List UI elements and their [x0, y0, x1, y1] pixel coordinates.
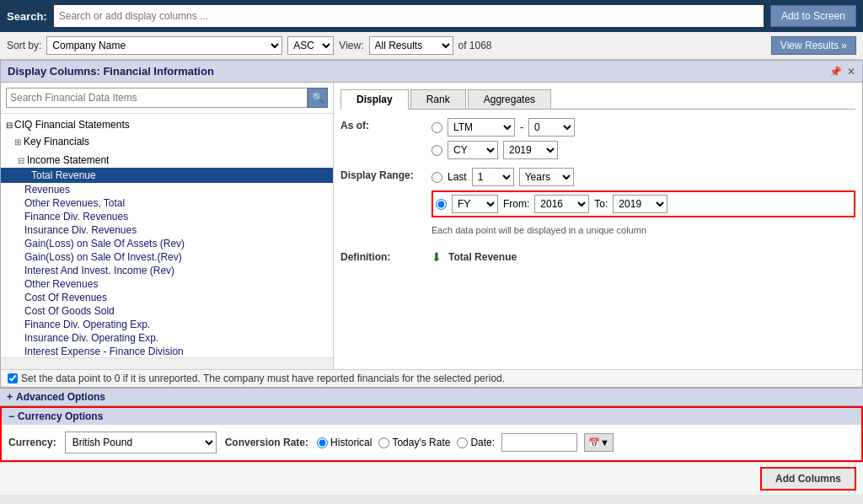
advanced-options-section[interactable]: + Advanced Options: [0, 388, 863, 406]
display-range-row: Display Range: Last 1 Years Quarters: [340, 168, 855, 235]
ltm-num-select[interactable]: 0: [528, 118, 575, 137]
fy-range-row: FY CY Q1Q2Q3Q4 From: 2010201120122013 20…: [432, 190, 855, 217]
bottom-bar-text: Set the data point to 0 if it is unrepor…: [21, 373, 505, 384]
definition-value: Total Revenue: [448, 251, 517, 263]
today-rate-option[interactable]: Today's Rate: [378, 437, 450, 448]
top-search-bar: Search: Add to Screen: [0, 0, 863, 32]
tab-rank[interactable]: Rank: [410, 89, 466, 109]
list-item[interactable]: Insurance Div. Operating Exp.: [1, 331, 333, 345]
pin-icon[interactable]: 📌: [829, 66, 842, 78]
tab-aggregates[interactable]: Aggregates: [468, 89, 551, 109]
as-of-row: As of: LTM - 0: [340, 118, 855, 159]
ltm-radio[interactable]: [432, 122, 442, 133]
list-item[interactable]: Gain(Loss) on Sale Of Invest.(Rev): [1, 250, 333, 264]
view-results-button[interactable]: View Results »: [771, 36, 856, 55]
view-select[interactable]: All Results: [369, 36, 453, 55]
tree-area[interactable]: ⊟ CIQ Financial Statements ⊞ Key Financi…: [1, 114, 333, 357]
results-count: of 1068: [458, 40, 492, 51]
search-financial-row: 🔍: [1, 83, 333, 114]
unreported-checkbox[interactable]: [8, 373, 18, 383]
header-icons: 📌 ✕: [829, 66, 855, 78]
list-item[interactable]: Finance Div. Operating Exp.: [1, 318, 333, 331]
search-financial-button[interactable]: 🔍: [308, 88, 328, 108]
sort-by-label: Sort by:: [7, 40, 41, 51]
close-icon[interactable]: ✕: [847, 66, 855, 78]
advanced-options-label: Advanced Options: [16, 391, 105, 403]
today-rate-radio[interactable]: [378, 437, 389, 448]
cy-year-select[interactable]: 2019: [503, 141, 558, 159]
historical-option[interactable]: Historical: [317, 437, 372, 448]
currency-select[interactable]: US Dollar British Pound Euro Japanese Ye…: [65, 432, 217, 453]
cy-select[interactable]: CY: [448, 141, 498, 159]
currency-options-section: − Currency Options Currency: US Dollar B…: [0, 406, 863, 462]
definition-label: Definition:: [340, 251, 425, 263]
sort-company-select[interactable]: Company Name: [46, 36, 282, 55]
left-panel: 🔍 ⊟ CIQ Financial Statements ⊞ Key Finan…: [1, 83, 334, 369]
plus-icon: ⊞: [14, 137, 21, 147]
calendar-button[interactable]: 📅▼: [584, 433, 614, 452]
list-item[interactable]: Total Revenue: [1, 168, 333, 183]
income-statement-item[interactable]: ⊟ Income Statement: [1, 153, 333, 168]
list-item[interactable]: Interest Expense - Finance Division: [1, 345, 333, 357]
tree-root-label: CIQ Financial Statements: [14, 119, 130, 131]
fy-radio[interactable]: [436, 199, 447, 210]
advanced-expand-icon: +: [7, 391, 13, 403]
sort-bar: Sort by: Company Name ASC DESC View: All…: [0, 32, 863, 60]
bottom-bar: Set the data point to 0 if it is unrepor…: [1, 369, 862, 387]
search-financial-input[interactable]: [6, 88, 308, 108]
list-item[interactable]: Cost Of Goods Sold: [1, 304, 333, 318]
search-label: Search:: [7, 10, 47, 23]
cy-row: CY 2019: [432, 141, 855, 159]
from-label: From:: [503, 198, 529, 210]
currency-row: Currency: US Dollar British Pound Euro J…: [2, 425, 861, 460]
fy-select[interactable]: FY CY Q1Q2Q3Q4: [452, 195, 498, 213]
list-item[interactable]: Gain(Loss) on Sale Of Assets (Rev): [1, 237, 333, 250]
last-label: Last: [448, 171, 467, 183]
as-of-label: As of:: [340, 118, 425, 131]
from-year-select[interactable]: 2010201120122013 2014201520162017 201820…: [534, 195, 589, 213]
historical-radio[interactable]: [317, 437, 328, 448]
list-item[interactable]: Cost Of Revenues: [1, 291, 333, 304]
tree-root[interactable]: ⊟ CIQ Financial Statements: [1, 117, 333, 132]
list-item[interactable]: Revenues: [1, 183, 333, 196]
list-item[interactable]: Interest And Invest. Income (Rev): [1, 264, 333, 277]
content-columns: 🔍 ⊟ CIQ Financial Statements ⊞ Key Finan…: [1, 83, 862, 369]
key-financials-item[interactable]: ⊞ Key Financials: [1, 134, 333, 149]
ltm-select[interactable]: LTM: [448, 118, 515, 137]
currency-expand-icon: −: [8, 410, 14, 422]
years-select[interactable]: Years Quarters: [519, 168, 574, 186]
key-financials-node: ⊞ Key Financials: [1, 132, 333, 151]
conversion-rate-label: Conversion Rate:: [225, 437, 308, 448]
key-financials-label: Key Financials: [24, 136, 89, 147]
conversion-options: Historical Today's Rate Date: 📅▼: [317, 433, 614, 452]
historical-label: Historical: [330, 437, 372, 448]
display-range-content: Last 1 Years Quarters FY: [432, 168, 855, 235]
display-range-label: Display Range:: [340, 168, 425, 181]
cy-radio[interactable]: [432, 145, 442, 156]
currency-header[interactable]: − Currency Options: [2, 408, 861, 425]
income-statement-label: Income Statement: [27, 154, 109, 166]
horizontal-scrollbar[interactable]: [1, 357, 333, 369]
definition-row: Definition: ⬇ Total Revenue: [340, 250, 855, 264]
list-item[interactable]: Insurance Div. Revenues: [1, 223, 333, 237]
list-item[interactable]: Other Revenues, Total: [1, 196, 333, 210]
list-item[interactable]: Other Revenues: [1, 277, 333, 291]
sort-order-select[interactable]: ASC DESC: [287, 36, 334, 55]
list-item[interactable]: Finance Div. Revenues: [1, 210, 333, 223]
date-input[interactable]: [501, 433, 577, 452]
tab-display[interactable]: Display: [340, 89, 409, 110]
add-to-screen-button[interactable]: Add to Screen: [770, 5, 856, 27]
to-year-select[interactable]: 2015201620172018 20192020: [613, 195, 667, 213]
display-columns-header: Display Columns: Financial Information 📌…: [1, 61, 862, 83]
last-value-select[interactable]: 1: [472, 168, 514, 186]
date-option[interactable]: Date:: [457, 437, 495, 448]
date-radio[interactable]: [457, 437, 468, 448]
top-search-input[interactable]: [54, 5, 764, 27]
last-radio[interactable]: [432, 172, 442, 183]
as-of-content: LTM - 0 CY 2019: [432, 118, 855, 159]
currency-header-label: Currency Options: [18, 410, 103, 422]
root-expand-icon: ⊟: [6, 121, 13, 130]
last-row: Last 1 Years Quarters: [432, 168, 855, 186]
view-label: View:: [339, 40, 363, 51]
add-columns-button[interactable]: Add Columns: [760, 467, 856, 491]
